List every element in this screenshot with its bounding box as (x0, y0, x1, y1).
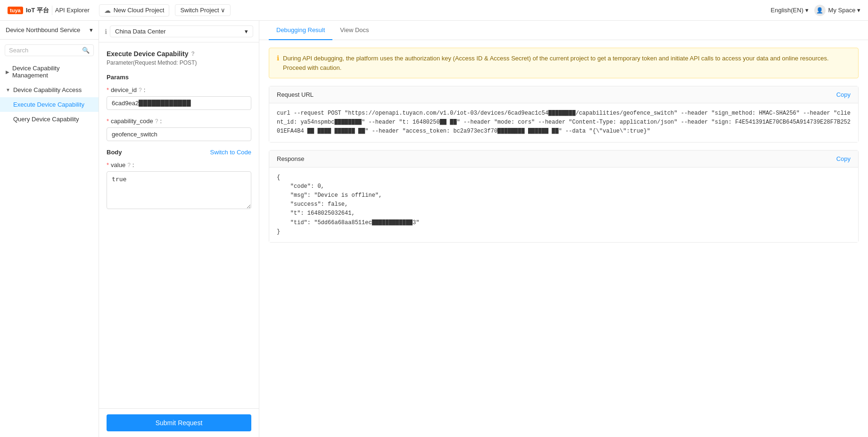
response-header: Response Copy (269, 151, 858, 168)
tab-view-docs[interactable]: View Docs (332, 21, 376, 40)
device-id-label: * device_id ? : (107, 86, 251, 93)
capability-code-field: * capability_code ? : (107, 118, 251, 141)
sidebar: Device Northbound Service ▾ 🔍 ▶ Device C… (0, 21, 99, 437)
chevron-down-icon-access: ▼ (6, 87, 10, 92)
data-center-bar: ℹ China Data Center ▾ (99, 21, 259, 42)
my-space-label: My Space ▾ (828, 7, 860, 14)
body-header: Body Switch to Code (107, 149, 251, 156)
param-method: Parameter(Request Method: POST) (107, 59, 251, 66)
chevron-down-icon: ▾ (90, 26, 93, 34)
required-star: * (107, 86, 109, 93)
request-url-title: Request URL (277, 91, 314, 98)
info-icon[interactable]: ℹ (105, 28, 107, 35)
nav-group-access: ▼ Device Capability Access Execute Devic… (0, 83, 99, 126)
nav-group-header-management[interactable]: ▶ Device Capability Management (0, 61, 99, 83)
service-selector[interactable]: Device Northbound Service ▾ (0, 21, 99, 40)
required-star-3: * (107, 161, 109, 168)
new-cloud-label: New Cloud Project (114, 7, 165, 14)
warning-banner: ℹ During API debugging, the platform use… (269, 48, 859, 78)
nav-group-management-label: Device Capability Management (12, 65, 93, 79)
right-tabs: Debugging Result View Docs (259, 21, 868, 40)
service-name: Device Northbound Service (6, 26, 80, 34)
switch-project-label: Switch Project ∨ (180, 7, 225, 14)
nav-right: English(EN) ▾ 👤 My Space ▾ (771, 5, 860, 16)
value-label: * value ? : (107, 161, 251, 168)
sidebar-item-execute-device-capability[interactable]: Execute Device Capability (0, 97, 99, 112)
response-section: Response Copy { "code": 0, "msg": "Devic… (269, 150, 859, 243)
chevron-right-icon: ▶ (6, 69, 9, 75)
form-title-text: Execute Device Capability (107, 50, 189, 58)
search-box: 🔍 (5, 44, 94, 56)
top-nav: tuya IoT 平台 API Explorer ☁ New Cloud Pro… (0, 0, 868, 21)
device-id-field: * device_id ? : (107, 86, 251, 110)
response-title: Response (277, 155, 305, 162)
user-avatar: 👤 (814, 5, 826, 16)
copy-response-button[interactable]: Copy (836, 155, 851, 162)
switch-project-button[interactable]: Switch Project ∨ (175, 4, 231, 16)
nav-group-access-label: Device Capability Access (13, 86, 82, 93)
language-selector[interactable]: English(EN) ▾ (771, 7, 809, 14)
params-section-title: Params (107, 74, 251, 81)
tab-debugging-result[interactable]: Debugging Result (269, 21, 332, 40)
form-panel: Execute Device Capability ? Parameter(Re… (99, 42, 259, 408)
warning-text: During API debugging, the platform uses … (283, 54, 851, 72)
submit-request-button[interactable]: Submit Request (107, 414, 251, 431)
data-center-select[interactable]: China Data Center ▾ (110, 25, 253, 37)
api-explorer-label: API Explorer (55, 7, 90, 14)
device-id-input[interactable] (107, 96, 251, 110)
value-help-icon[interactable]: ? (127, 162, 131, 168)
middle-panel: ℹ China Data Center ▾ Execute Device Cap… (99, 21, 259, 437)
response-content: { "code": 0, "msg": "Device is offline",… (269, 168, 858, 242)
tuya-logo: tuya (8, 7, 23, 14)
required-star-2: * (107, 118, 109, 125)
request-url-section: Request URL Copy curl --request POST "ht… (269, 86, 859, 143)
copy-url-button[interactable]: Copy (836, 91, 851, 98)
value-field: * value ? : true (107, 161, 251, 210)
request-url-content: curl --request POST "https://openapi.tuy… (269, 103, 858, 142)
device-id-help-icon[interactable]: ? (139, 87, 142, 93)
language-label: English(EN) ▾ (771, 7, 809, 14)
right-content: ℹ During API debugging, the platform use… (259, 40, 868, 437)
new-cloud-project-button[interactable]: ☁ New Cloud Project (99, 4, 170, 17)
value-textarea[interactable]: true (107, 171, 251, 209)
sidebar-item-query-device-capability[interactable]: Query Device Capability (0, 112, 99, 126)
nav-group-management: ▶ Device Capability Management (0, 61, 99, 83)
main-layout: Device Northbound Service ▾ 🔍 ▶ Device C… (0, 21, 868, 437)
submit-bar: Submit Request (99, 408, 259, 437)
search-icon[interactable]: 🔍 (82, 47, 90, 54)
capability-code-input[interactable] (107, 127, 251, 141)
switch-to-code-button[interactable]: Switch to Code (210, 149, 251, 156)
right-panel: Debugging Result View Docs ℹ During API … (259, 21, 868, 437)
search-input[interactable] (9, 47, 79, 54)
data-center-label: China Data Center (115, 28, 166, 35)
cloud-icon: ☁ (104, 7, 111, 14)
my-space-button[interactable]: 👤 My Space ▾ (814, 5, 860, 16)
body-section-title: Body (107, 149, 122, 156)
capability-code-help-icon[interactable]: ? (155, 118, 158, 125)
form-title: Execute Device Capability ? (107, 50, 251, 58)
iot-label: IoT 平台 (26, 6, 49, 15)
capability-code-label: * capability_code ? : (107, 118, 251, 125)
logo-area: tuya IoT 平台 API Explorer (8, 6, 90, 15)
request-url-header: Request URL Copy (269, 86, 858, 103)
help-icon[interactable]: ? (191, 50, 195, 57)
chevron-down-icon-datacenter: ▾ (245, 28, 248, 35)
nav-divider (52, 6, 52, 15)
nav-group-header-access[interactable]: ▼ Device Capability Access (0, 83, 99, 97)
warning-icon: ℹ (277, 54, 279, 62)
